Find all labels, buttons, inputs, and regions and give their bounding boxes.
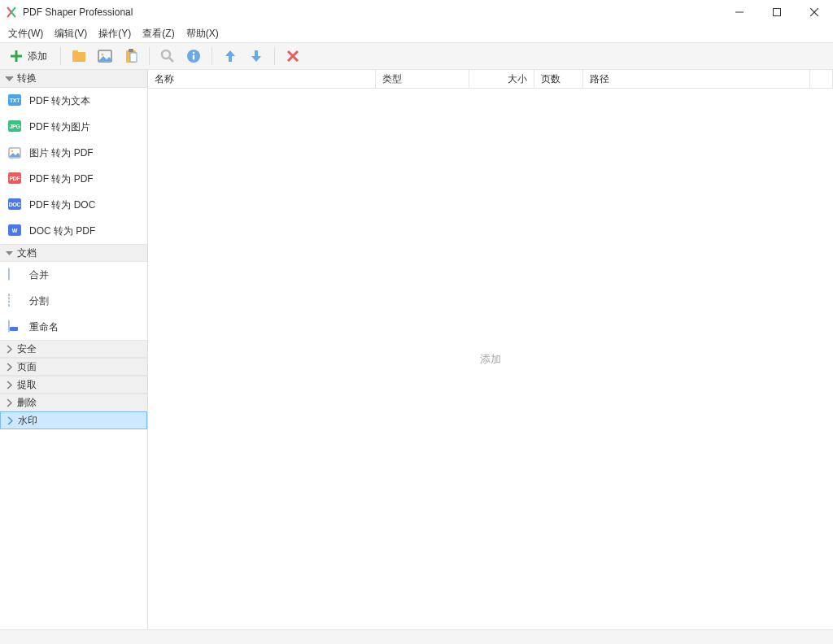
column-path[interactable]: 路径 [583,70,810,88]
info-icon [185,48,202,64]
convert-items: TXT PDF 转为文本 JPG PDF 转为图片 图片 转为 PDF PDF … [0,88,147,244]
pdf-icon: PDF [8,172,21,185]
column-type[interactable]: 类型 [376,70,469,88]
category-label: 删除 [17,396,37,410]
sidebar-item-pdf-to-pdf[interactable]: PDF PDF 转为 PDF [0,166,147,192]
open-folder-button[interactable] [68,45,90,67]
category-extract[interactable]: 提取 [0,376,147,394]
item-label: 合并 [29,268,49,282]
column-size[interactable]: 大小 [469,70,534,88]
item-label: 重命名 [29,320,59,334]
title-bar: PDF Shaper Professional [0,0,833,24]
chevron-right-icon [5,363,14,372]
sidebar-item-doc-to-pdf[interactable]: W DOC 转为 PDF [0,218,147,244]
svg-rect-12 [130,53,137,62]
svg-point-9 [102,54,104,56]
category-label: 提取 [17,378,37,392]
svg-rect-7 [72,50,78,54]
category-delete[interactable]: 删除 [0,394,147,411]
folder-icon [71,48,87,64]
image-icon [97,48,113,64]
sidebar-item-rename[interactable]: 重命名 [0,314,147,340]
sidebar-item-image-to-pdf[interactable]: 图片 转为 PDF [0,140,147,166]
chevron-down-icon [5,249,14,258]
status-bar [0,629,833,644]
category-security[interactable]: 安全 [0,340,147,358]
plus-icon [8,48,24,64]
sidebar-item-pdf-to-text[interactable]: TXT PDF 转为文本 [0,88,147,114]
page-split-icon [8,294,21,307]
svg-point-13 [162,50,170,59]
image-file-icon [8,146,21,159]
sidebar-item-split[interactable]: 分割 [0,288,147,314]
sidebar: 转换 TXT PDF 转为文本 JPG PDF 转为图片 图片 转为 PDF P… [0,70,148,629]
svg-rect-11 [129,49,133,52]
category-label: 水印 [18,414,37,428]
item-label: 图片 转为 PDF [29,146,94,160]
txt-icon: TXT [8,94,21,107]
import-image-button[interactable] [94,45,116,67]
clipboard-icon [123,48,139,64]
list-header: 名称 类型 大小 页数 路径 [148,70,833,89]
item-label: DOC 转为 PDF [29,224,95,238]
maximize-button[interactable] [758,0,796,24]
window-title: PDF Shaper Professional [23,7,721,18]
menu-help[interactable]: 帮助(X) [181,25,224,42]
column-spacer [810,70,833,88]
category-document[interactable]: 文档 [0,244,147,262]
search-button[interactable] [156,45,179,67]
page-icon [8,268,21,281]
move-down-button[interactable] [245,45,268,67]
svg-point-21 [11,150,13,152]
rename-icon [8,320,21,333]
add-button[interactable]: 添加 [5,45,54,67]
category-label: 安全 [17,342,37,356]
doc-icon: DOC [8,198,21,211]
menu-edit[interactable]: 编辑(V) [50,25,92,42]
category-page[interactable]: 页面 [0,358,147,376]
separator [274,47,275,65]
word-icon: W [8,224,21,237]
item-label: PDF 转为 DOC [29,198,95,212]
sidebar-item-merge[interactable]: 合并 [0,262,147,288]
category-watermark[interactable]: 水印 [0,411,147,429]
chevron-right-icon [5,345,14,354]
add-label: 添加 [28,50,47,63]
sidebar-item-pdf-to-doc[interactable]: DOC PDF 转为 DOC [0,192,147,218]
chevron-right-icon [5,398,14,407]
minimize-button[interactable] [721,0,758,24]
item-label: PDF 转为图片 [29,120,90,134]
arrow-up-icon [222,48,238,64]
menu-view[interactable]: 查看(Z) [137,25,179,42]
sidebar-item-pdf-to-image[interactable]: JPG PDF 转为图片 [0,114,147,140]
item-label: PDF 转为文本 [29,94,90,108]
document-items: 合并 分割 重命名 [0,262,147,340]
file-drop-area[interactable]: 添加 [148,89,833,629]
category-convert[interactable]: 转换 [0,70,147,88]
svg-line-14 [169,58,173,62]
separator [149,47,150,65]
app-icon [5,6,18,19]
item-label: 分割 [29,294,49,308]
menu-action[interactable]: 操作(Y) [94,25,136,42]
info-button[interactable] [182,45,205,67]
menu-file[interactable]: 文件(W) [3,25,48,42]
category-label: 转换 [17,72,37,85]
column-pages[interactable]: 页数 [534,70,583,88]
paste-button[interactable] [120,45,142,67]
jpg-icon: JPG [8,120,21,133]
arrow-down-icon [248,48,264,64]
svg-rect-17 [193,55,194,60]
svg-rect-1 [774,9,781,16]
window-controls [721,0,833,24]
column-name[interactable]: 名称 [148,70,376,88]
move-up-button[interactable] [219,45,242,67]
toolbar: 添加 [0,42,833,70]
category-label: 页面 [17,360,37,374]
content-area: 名称 类型 大小 页数 路径 添加 [148,70,833,629]
separator [212,47,212,65]
chevron-down-icon [5,74,14,83]
close-button[interactable] [796,0,833,24]
remove-button[interactable] [281,45,304,67]
empty-placeholder: 添加 [480,352,501,367]
